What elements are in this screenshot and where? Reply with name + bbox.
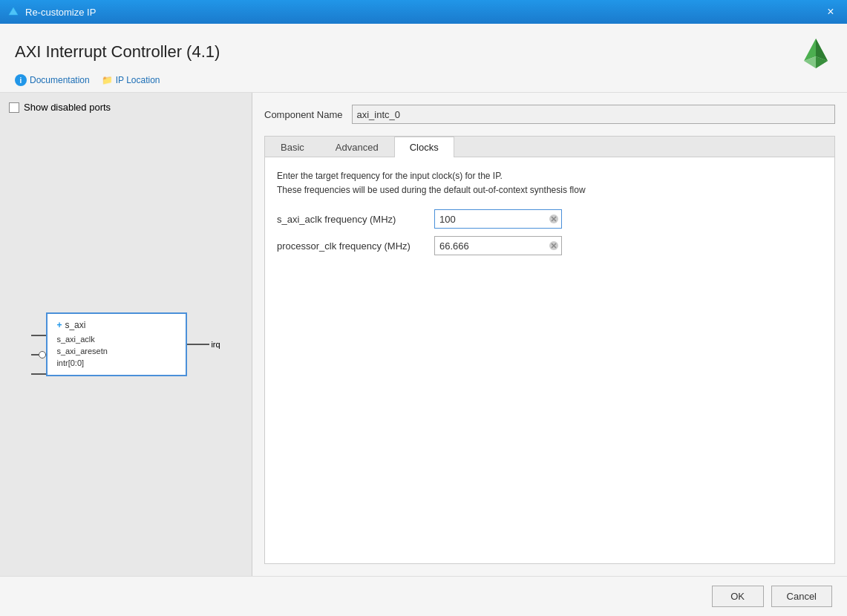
tab-clocks[interactable]: Clocks: [394, 137, 454, 157]
close-button[interactable]: ×: [822, 3, 840, 21]
clock-row-processor-clk: processor_clk frequency (MHz): [277, 236, 823, 255]
component-name-label: Component Name: [264, 109, 343, 120]
clock-desc-line2: These frequencies will be used during th…: [277, 183, 823, 197]
clock-input-wrapper-processor-clk: [434, 236, 562, 255]
clear-s-axi-aclk-button[interactable]: [546, 212, 561, 226]
cancel-button[interactable]: Cancel: [771, 586, 832, 607]
show-disabled-row: Show disabled ports: [9, 102, 243, 113]
port-s-axi-aresetn: s_axi_aresetn: [56, 345, 177, 357]
clear-icon-2: [549, 240, 559, 251]
clock-label-s-axi-aclk: s_axi_aclk frequency (MHz): [277, 214, 425, 225]
ip-block: + s_axi s_axi_aclk s_axi_aresetn intr[0:…: [46, 312, 187, 376]
clock-input-wrapper-s-axi-aclk: [434, 209, 562, 229]
tab-advanced[interactable]: Advanced: [320, 137, 394, 157]
port-s-axi-aclk: s_axi_aclk: [56, 333, 177, 345]
clock-input-s-axi-aclk[interactable]: [435, 212, 546, 226]
irq-label: irq: [211, 340, 220, 349]
clock-row-s-axi-aclk: s_axi_aclk frequency (MHz): [277, 209, 823, 229]
tabs-container: Basic Advanced Clocks Enter the target f…: [264, 136, 835, 564]
clocks-tab-content: Enter the target frequency for the input…: [265, 157, 834, 563]
component-name-input[interactable]: [352, 105, 836, 124]
clear-icon: [549, 214, 559, 224]
header-links: i Documentation 📁 IP Location: [15, 74, 832, 86]
clock-description: Enter the target frequency for the input…: [277, 169, 823, 197]
clock-label-processor-clk: processor_clk frequency (MHz): [277, 240, 425, 252]
clock-desc-line1: Enter the target frequency for the input…: [277, 169, 823, 183]
diagram-area: + s_axi s_axi_aclk s_axi_aresetn intr[0:…: [9, 122, 243, 567]
title-bar-text: Re-customize IP: [25, 7, 96, 18]
expand-icon: +: [56, 320, 62, 330]
tab-basic[interactable]: Basic: [265, 137, 320, 157]
ip-location-link[interactable]: 📁 IP Location: [102, 75, 160, 85]
right-panel: Component Name Basic Advanced Clocks Ent…: [252, 93, 847, 576]
left-panel: Show disabled ports: [0, 93, 252, 576]
content-area: Show disabled ports: [0, 93, 847, 576]
header: AXI Interrupt Controller (4.1) i Documen…: [0, 24, 847, 93]
port-s-axi: s_axi: [65, 320, 85, 330]
vivado-logo: [799, 36, 832, 68]
header-title-row: AXI Interrupt Controller (4.1): [15, 36, 832, 68]
documentation-link[interactable]: i Documentation: [15, 74, 90, 86]
clock-input-processor-clk[interactable]: [435, 239, 546, 253]
app-icon: [7, 6, 19, 18]
folder-icon: 📁: [102, 75, 113, 85]
title-bar: Re-customize IP ×: [0, 0, 847, 24]
show-disabled-label: Show disabled ports: [24, 102, 111, 113]
footer: OK Cancel: [0, 576, 847, 616]
page-title: AXI Interrupt Controller (4.1): [15, 42, 220, 62]
show-disabled-checkbox[interactable]: [9, 102, 19, 113]
ok-button[interactable]: OK: [712, 586, 764, 607]
title-bar-content: Re-customize IP: [7, 6, 96, 18]
component-name-row: Component Name: [264, 105, 835, 124]
svg-marker-0: [9, 7, 18, 15]
port-intr: intr[0:0]: [56, 357, 177, 369]
info-icon: i: [15, 74, 27, 86]
main-window: AXI Interrupt Controller (4.1) i Documen…: [0, 24, 847, 616]
tabs-header: Basic Advanced Clocks: [265, 137, 834, 157]
ip-block-header: + s_axi: [56, 320, 177, 330]
clear-processor-clk-button[interactable]: [546, 238, 561, 253]
